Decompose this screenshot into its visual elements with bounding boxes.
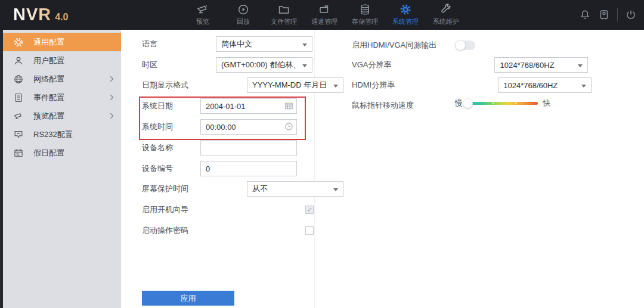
sidebar: 通用配置 用户配置 网络配置 事件配置 预览配置 RS232配置 [3, 30, 121, 308]
field-label: 启用开机向导 [142, 204, 188, 215]
operation-password-checkbox[interactable]: ✓ [305, 226, 314, 235]
nav-channel-management[interactable]: 通道管理 [304, 0, 345, 30]
globe-icon [13, 74, 24, 85]
field-label: HDMI分辨率 [352, 80, 395, 91]
sidebar-item-general-config[interactable]: 通用配置 [3, 33, 121, 51]
chevron-down-icon [581, 85, 586, 88]
field-label: 设备编号 [142, 163, 173, 174]
field-label: 鼠标指针移动速度 [352, 100, 414, 111]
sidebar-item-rs232-config[interactable]: RS232配置 [3, 125, 121, 144]
chevron-down-icon [333, 85, 338, 88]
nav-playback[interactable]: 回放 [223, 0, 264, 30]
sidebar-item-preview-config[interactable]: 预览配置 [3, 107, 121, 125]
field-label: 语言 [142, 39, 157, 49]
screensaver-select[interactable]: 从不 [247, 181, 343, 197]
chevron-right-icon [110, 94, 114, 101]
nav-preview[interactable]: 预览 [182, 0, 223, 30]
mouse-speed-control: 慢 快 [455, 98, 550, 108]
field-label: 系统日期 [142, 101, 173, 111]
nav-system-maintenance[interactable]: 系统维护 [426, 0, 466, 30]
sidebar-item-label: 网络配置 [33, 74, 64, 85]
sidebar-item-network-config[interactable]: 网络配置 [3, 70, 121, 88]
topbar-right-icons [579, 0, 637, 30]
form-row-device-no: 设备编号 [142, 161, 173, 176]
form-row-device-name: 设备名称 [142, 140, 173, 155]
nav-item-label: 预览 [196, 17, 209, 26]
sidebar-item-label: 通用配置 [33, 37, 64, 48]
sidebar-item-holiday-config[interactable]: 假日配置 [3, 144, 121, 162]
slider-tick [493, 102, 494, 104]
sidebar-item-label: 预览配置 [33, 111, 64, 122]
chevron-right-icon [110, 76, 114, 82]
nav-item-label: 回放 [237, 17, 250, 26]
timezone-select[interactable]: (GMT+00:00) 都伯林、爱丁堡 [216, 57, 312, 73]
system-time-input[interactable] [200, 119, 297, 135]
rs232-icon [13, 129, 24, 140]
field-label: 时区 [142, 60, 157, 70]
vga-resolution-select[interactable]: 1024*768/60HZ [494, 57, 588, 73]
column-divider [314, 30, 315, 308]
startup-wizard-checkbox[interactable]: ✓ [305, 206, 314, 214]
channel-icon [318, 4, 330, 15]
form-row-date-format: 日期显示格式 YYYY-MM-DD 年月日 [142, 77, 285, 93]
slider-max-label: 快 [543, 98, 550, 108]
apply-button[interactable]: 应用 [142, 291, 234, 306]
selected-value: 从不 [252, 183, 330, 194]
power-icon[interactable] [625, 9, 637, 21]
form-row-hdmi-vga-output: 启用HDMI/VGA同源输出 [352, 38, 436, 53]
chevron-down-icon [333, 188, 338, 191]
selected-value: 简体中文 [221, 39, 299, 49]
date-format-select[interactable]: YYYY-MM-DD 年月日 [247, 77, 343, 93]
folder-icon [278, 4, 290, 15]
logo-title: NVR [13, 5, 51, 24]
event-icon [13, 92, 24, 103]
topbar: NVR 4.0 预览 回放 文件管理 通道管理 [0, 0, 644, 30]
chevron-down-icon [578, 64, 583, 67]
form-row-system-time: 系统时间 [142, 119, 173, 135]
mouse-speed-slider[interactable] [467, 102, 538, 105]
settings-panel: 语言 简体中文 时区 (GMT+00:00) 都伯林、爱丁堡 日期显示格式 YY… [121, 30, 644, 308]
sidebar-item-user-config[interactable]: 用户配置 [3, 51, 121, 70]
field-label: 日期显示格式 [142, 80, 188, 91]
playback-icon [237, 4, 249, 15]
device-no-input[interactable] [200, 161, 297, 176]
nav-system-management[interactable]: 系统管理 [385, 0, 426, 30]
form-row-vga-resolution: VGA分辨率 1024*768/60HZ [352, 57, 485, 73]
form-row-timezone: 时区 (GMT+00:00) 都伯林、爱丁堡 [142, 57, 254, 73]
calendar-icon[interactable] [284, 101, 293, 110]
field-label: 设备名称 [142, 142, 173, 153]
nav-item-label: 系统管理 [392, 17, 419, 26]
form-row-startup-wizard: 启用开机向导 ✓ [142, 202, 188, 217]
selected-value: (GMT+00:00) 都伯林、爱丁堡 [221, 60, 299, 70]
nav-item-label: 系统维护 [433, 17, 459, 26]
divider [617, 8, 618, 21]
field-label: VGA分辨率 [352, 60, 391, 70]
sidebar-item-label: 事件配置 [33, 92, 64, 103]
language-select[interactable]: 简体中文 [216, 36, 312, 52]
system-date-input[interactable] [200, 98, 297, 114]
hdmi-vga-toggle[interactable] [455, 41, 475, 50]
calendar-icon [13, 148, 24, 158]
user-icon [13, 55, 24, 66]
sidebar-item-label: 假日配置 [33, 148, 64, 158]
device-name-input[interactable] [200, 140, 297, 155]
selected-value: 1024*768/60HZ [503, 81, 578, 90]
camera-icon [197, 4, 209, 15]
wrench-icon [440, 4, 452, 15]
field-label: 屏幕保护时间 [142, 183, 188, 194]
nav-storage-management[interactable]: 存储管理 [345, 0, 385, 30]
chevron-right-icon [110, 113, 114, 119]
main-nav: 预览 回放 文件管理 通道管理 存储管理 [182, 0, 466, 30]
slider-knob[interactable] [463, 98, 473, 108]
clock-icon[interactable] [284, 122, 293, 131]
form-row-hdmi-resolution: HDMI分辨率 1024*768/60HZ [352, 77, 488, 93]
bell-icon[interactable] [579, 9, 591, 21]
selected-value: YYYY-MM-DD 年月日 [252, 80, 330, 91]
chevron-down-icon [302, 64, 307, 67]
sidebar-item-event-config[interactable]: 事件配置 [3, 88, 121, 107]
device-icon[interactable] [598, 9, 610, 21]
hdmi-resolution-select[interactable]: 1024*768/60HZ [498, 77, 592, 93]
chevron-down-icon [302, 43, 307, 46]
logo-version: 4.0 [55, 12, 68, 23]
nav-file-management[interactable]: 文件管理 [264, 0, 304, 30]
